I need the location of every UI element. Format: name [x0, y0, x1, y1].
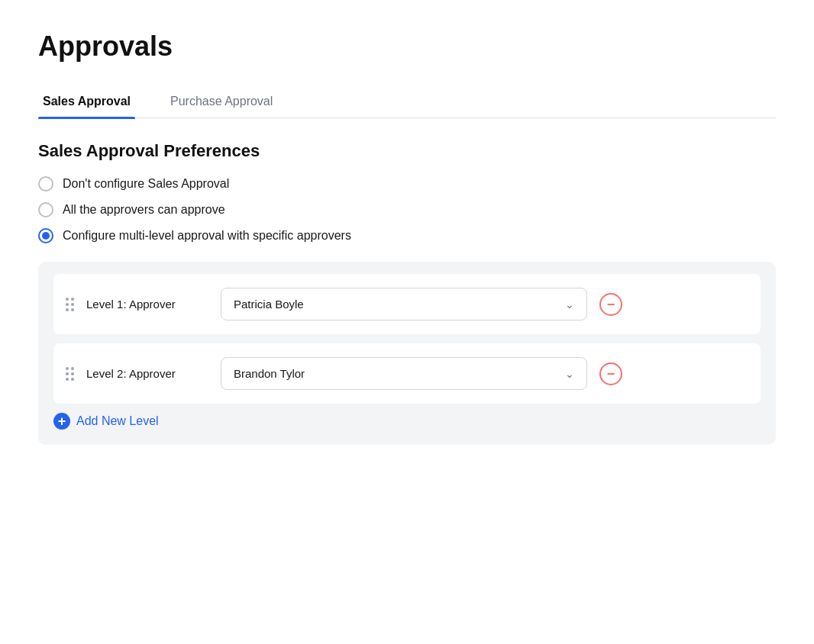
levels-container: Level 1: Approver Patricia Boyle ⌄ −	[38, 262, 776, 445]
page-title: Approvals	[38, 31, 776, 63]
drag-dot	[71, 372, 74, 375]
level-row-2: Level 2: Approver Brandon Tylor ⌄ −	[53, 343, 761, 404]
tab-sales-approval[interactable]: Sales Approval	[38, 85, 135, 118]
level-row-1: Level 1: Approver Patricia Boyle ⌄ −	[53, 274, 761, 334]
drag-dot	[66, 367, 69, 370]
approver-name-1: Patricia Boyle	[234, 298, 304, 311]
radio-circle-multi	[38, 228, 53, 243]
level-2-label: Level 2: Approver	[86, 367, 208, 380]
level-1-label: Level 1: Approver	[86, 298, 208, 311]
radio-option-multi[interactable]: Configure multi-level approval with spec…	[38, 228, 776, 243]
chevron-down-icon-2: ⌄	[565, 368, 574, 380]
add-new-level-button[interactable]: + Add New Level	[53, 413, 761, 430]
remove-level-1-button[interactable]: −	[599, 293, 622, 316]
drag-dot	[71, 303, 74, 306]
drag-dot	[66, 303, 69, 306]
remove-level-2-button[interactable]: −	[599, 362, 622, 385]
minus-icon-1: −	[607, 298, 615, 311]
drag-handle-1[interactable]	[66, 298, 74, 311]
add-new-level-label: Add New Level	[76, 414, 159, 428]
radio-option-none[interactable]: Don't configure Sales Approval	[38, 176, 776, 192]
drag-dot	[66, 308, 69, 311]
drag-dot	[66, 378, 69, 381]
chevron-down-icon-1: ⌄	[565, 298, 574, 311]
radio-label-multi: Configure multi-level approval with spec…	[63, 229, 351, 243]
radio-circle-all	[38, 202, 53, 217]
drag-dot	[71, 367, 74, 370]
approver-name-2: Brandon Tylor	[234, 367, 305, 380]
tab-purchase-approval[interactable]: Purchase Approval	[166, 85, 277, 118]
tabs-container: Sales Approval Purchase Approval	[38, 85, 776, 118]
drag-dot	[66, 298, 69, 301]
radio-circle-none	[38, 176, 53, 192]
drag-handle-2[interactable]	[66, 367, 74, 381]
approver-select-1[interactable]: Patricia Boyle ⌄	[221, 288, 587, 320]
drag-dot	[71, 308, 74, 311]
drag-dot	[71, 378, 74, 381]
section-title: Sales Approval Preferences	[38, 141, 776, 161]
radio-label-none: Don't configure Sales Approval	[63, 177, 229, 191]
minus-icon-2: −	[607, 367, 615, 381]
drag-dot	[71, 298, 74, 301]
plus-icon: +	[53, 413, 70, 430]
drag-dot	[66, 372, 69, 375]
radio-option-all[interactable]: All the approvers can approve	[38, 202, 776, 217]
radio-label-all: All the approvers can approve	[63, 203, 225, 217]
approver-select-2[interactable]: Brandon Tylor ⌄	[221, 357, 587, 390]
radio-group: Don't configure Sales Approval All the a…	[38, 176, 776, 243]
